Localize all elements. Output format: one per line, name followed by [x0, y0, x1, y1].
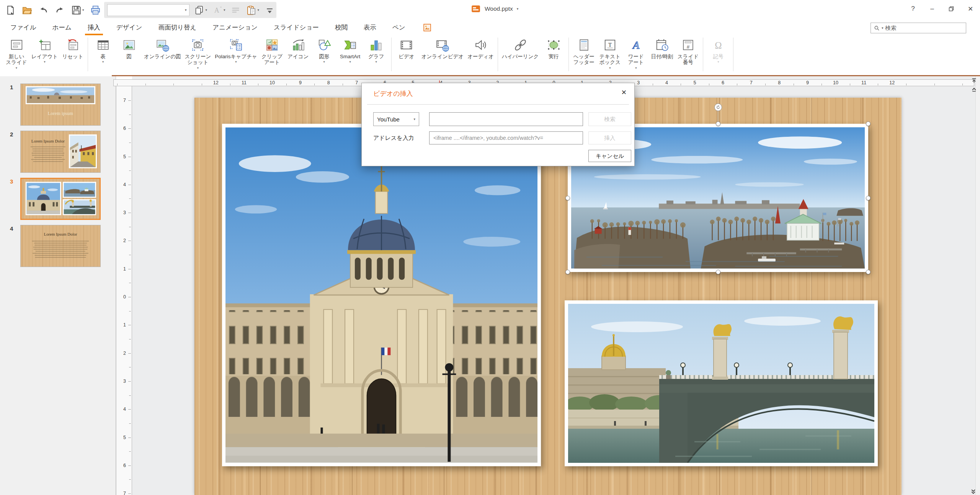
duplicate-object-button[interactable]: ▾ — [193, 4, 209, 16]
vertical-scrollbar[interactable] — [975, 76, 980, 495]
institut-de-france-photo[interactable] — [222, 124, 541, 466]
open-file-button[interactable] — [20, 4, 34, 16]
tab-view[interactable]: 表示 — [356, 20, 384, 35]
reset-button[interactable]: リセット — [60, 37, 86, 60]
layout-button[interactable]: レイアウト▾ — [29, 37, 60, 64]
next-slide-button[interactable] — [971, 489, 976, 494]
polaris-capture-button[interactable]: Polarisキャプチャ▾ — [213, 37, 259, 64]
ruler-number: 10 — [833, 80, 838, 85]
line-spacing-icon — [230, 5, 241, 15]
selection-handle-ne[interactable] — [866, 121, 871, 126]
online-picture-label: オンラインの図 — [144, 54, 181, 59]
minimize-button[interactable]: – — [926, 2, 939, 15]
symbol-button[interactable]: Ω記号▾ — [705, 37, 731, 64]
paste-button[interactable]: ▾ — [245, 4, 261, 16]
scroll-top-button[interactable] — [972, 78, 977, 83]
chevron-down-icon[interactable]: ▾ — [517, 7, 519, 11]
address-label: アドレスを入力 — [373, 134, 414, 142]
dialog-close-button[interactable]: ✕ — [620, 88, 628, 97]
text-box-button[interactable]: Tテキスト ボックス▾ — [597, 37, 623, 70]
selection-handle-s[interactable] — [716, 270, 720, 274]
new-document-icon — [5, 5, 16, 15]
online-picture-button[interactable]: オンラインの図 — [142, 37, 183, 60]
tab-home[interactable]: ホーム — [44, 20, 80, 35]
selection-handle-n[interactable] — [716, 121, 720, 126]
online-video-button[interactable]: オンラインビデオ — [420, 37, 466, 60]
video-source-select[interactable]: YouTube ▾ — [373, 112, 419, 126]
selection-handle-se[interactable] — [866, 270, 871, 274]
text-box-label: テキスト ボックス — [599, 54, 621, 66]
clip-art-button[interactable]: クリップ アート — [259, 37, 285, 66]
layout-icon — [38, 38, 52, 52]
slide-thumbnail-4[interactable]: Lorem Ipsum Dolor — [20, 225, 101, 267]
new-document-button[interactable] — [4, 4, 17, 16]
rotation-handle[interactable] — [714, 103, 722, 111]
close-button[interactable]: ✕ — [964, 2, 977, 15]
tab-transitions[interactable]: 画面切り替え — [150, 20, 204, 35]
slide-thumbnail-1[interactable]: Lorem ipsum — [20, 84, 101, 126]
picture-button[interactable]: 図 — [116, 37, 142, 60]
video-icon — [399, 38, 413, 52]
ruler-number: 3 — [637, 80, 640, 85]
picture-icon — [122, 38, 136, 52]
undo-button[interactable] — [37, 4, 50, 16]
date-time-button[interactable]: 日付/時刻 — [649, 37, 675, 60]
print-button[interactable] — [89, 4, 102, 16]
slides-list: 1 Lorem ipsum2 Lorem Ipsum Dolor 3 4 Lor… — [0, 76, 116, 267]
restore-button[interactable] — [945, 2, 958, 15]
tab-review[interactable]: 校閲 — [327, 20, 356, 35]
selection-handle-e[interactable] — [866, 196, 871, 200]
ruler-number: 7 — [750, 80, 753, 85]
video-button[interactable]: ビデオ — [394, 37, 420, 60]
shapes-button[interactable]: 図形▾ — [311, 37, 337, 64]
picture-label: 図 — [126, 54, 132, 59]
ruler-number: 7 — [123, 98, 126, 103]
video-search-input[interactable] — [429, 112, 583, 126]
slide-thumbnail-2[interactable]: Lorem Ipsum Dolor — [20, 131, 101, 173]
word-art-button[interactable]: Aワード アート▾ — [623, 37, 649, 70]
screenshot-icon — [191, 38, 205, 52]
new-slide-button[interactable]: 新しい スライド▾ — [3, 37, 29, 70]
ribbon-group-3: ハイパーリンク実行 — [498, 35, 568, 60]
tab-file[interactable]: ファイル — [2, 20, 44, 35]
customize-toolbar-button[interactable] — [263, 4, 276, 16]
tab-slideshow[interactable]: スライドショー — [266, 20, 327, 35]
line-spacing-button — [229, 4, 242, 16]
search-box[interactable]: ▾ 検索 — [871, 23, 966, 33]
text-box-icon: T — [603, 38, 617, 52]
word-art-label: ワード アート — [628, 54, 644, 66]
tab-animations[interactable]: アニメーション — [204, 20, 266, 35]
slide-thumbnail-3[interactable] — [20, 178, 101, 220]
video-insert-button[interactable]: 挿入 — [588, 131, 631, 144]
symbol-label: 記号 — [713, 54, 724, 59]
tab-insert[interactable]: 挿入 — [80, 20, 108, 35]
icons-button[interactable]: アイコン — [285, 37, 311, 60]
selection-handle-w[interactable] — [565, 196, 570, 200]
icons-label: アイコン — [287, 54, 309, 59]
table-button[interactable]: 表▾ — [90, 37, 116, 64]
picture-context-tab[interactable] — [423, 24, 431, 31]
audio-button[interactable]: オーディオ — [466, 37, 496, 60]
scroll-up-button[interactable] — [972, 87, 977, 92]
help-button[interactable]: ? — [906, 2, 920, 15]
ruler-number: 1 — [123, 322, 126, 328]
smartart-button[interactable]: SmartArt▾ — [337, 37, 363, 64]
run-button[interactable]: 実行 — [541, 37, 567, 60]
selection-handle-sw[interactable] — [565, 270, 570, 274]
screenshot-button[interactable]: スクリーン ショット▾ — [183, 37, 213, 70]
style-combobox[interactable]: ▾ — [107, 4, 189, 16]
tab-design[interactable]: デザイン — [108, 20, 150, 35]
save-button[interactable]: ▾ — [70, 4, 86, 16]
header-footer-button[interactable]: ヘッダー フッター — [571, 37, 597, 66]
cancel-button[interactable]: キャンセル — [588, 150, 631, 162]
hyperlink-button[interactable]: ハイパーリンク — [500, 37, 541, 60]
chart-button[interactable]: グラフ▾ — [363, 37, 389, 64]
pont-alexandre-iii-photo[interactable] — [565, 300, 878, 466]
video-search-button[interactable]: 検索 — [588, 112, 631, 126]
tab-pen[interactable]: ペン — [384, 20, 413, 35]
slide-number-label: 4 — [10, 225, 13, 232]
slide-number-button[interactable]: #スライド 番号 — [675, 37, 701, 66]
video-address-input[interactable] — [429, 131, 583, 144]
redo-button[interactable] — [53, 4, 67, 16]
ruler-number: 3 — [123, 379, 126, 384]
